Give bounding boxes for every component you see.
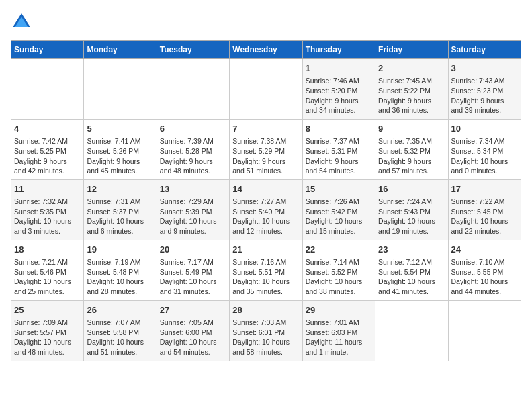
day-number: 8	[306, 123, 372, 135]
day-number: 17	[451, 183, 518, 195]
calendar-day-cell: 12Sunrise: 7:31 AM Sunset: 5:37 PM Dayli…	[84, 179, 157, 240]
calendar-day-cell: 3Sunrise: 7:43 AM Sunset: 5:23 PM Daylig…	[448, 59, 521, 120]
day-number: 20	[160, 244, 226, 256]
calendar-day-cell: 26Sunrise: 7:07 AM Sunset: 5:58 PM Dayli…	[84, 300, 157, 361]
calendar-day-cell: 23Sunrise: 7:12 AM Sunset: 5:54 PM Dayli…	[375, 240, 448, 300]
day-number: 22	[306, 244, 372, 256]
day-number: 26	[87, 304, 153, 316]
day-number: 7	[232, 123, 299, 135]
logo	[11, 11, 35, 32]
day-info: Sunrise: 7:05 AM Sunset: 6:00 PM Dayligh…	[160, 318, 217, 356]
day-number: 14	[232, 183, 299, 195]
calendar-day-cell: 16Sunrise: 7:24 AM Sunset: 5:43 PM Dayli…	[375, 179, 448, 240]
day-info: Sunrise: 7:21 AM Sunset: 5:46 PM Dayligh…	[14, 258, 71, 295]
day-number: 21	[232, 244, 299, 256]
day-info: Sunrise: 7:10 AM Sunset: 5:55 PM Dayligh…	[451, 258, 508, 295]
day-number: 9	[378, 123, 445, 135]
day-number: 10	[451, 123, 518, 135]
day-info: Sunrise: 7:19 AM Sunset: 5:48 PM Dayligh…	[87, 258, 144, 295]
calendar-day-cell: 22Sunrise: 7:14 AM Sunset: 5:52 PM Dayli…	[302, 240, 375, 300]
calendar-day-cell	[157, 59, 229, 120]
calendar-day-cell	[230, 59, 302, 120]
day-number: 27	[160, 304, 226, 316]
calendar-day-cell: 11Sunrise: 7:32 AM Sunset: 5:35 PM Dayli…	[11, 179, 84, 240]
calendar-day-cell: 27Sunrise: 7:05 AM Sunset: 6:00 PM Dayli…	[157, 300, 229, 361]
weekday-header-cell: Friday	[375, 41, 448, 59]
calendar-day-cell: 9Sunrise: 7:35 AM Sunset: 5:32 PM Daylig…	[375, 119, 448, 179]
calendar-day-cell: 13Sunrise: 7:29 AM Sunset: 5:39 PM Dayli…	[157, 179, 229, 240]
calendar-day-cell: 19Sunrise: 7:19 AM Sunset: 5:48 PM Dayli…	[84, 240, 157, 300]
calendar-day-cell: 29Sunrise: 7:01 AM Sunset: 6:03 PM Dayli…	[302, 300, 375, 361]
weekday-header-cell: Tuesday	[157, 41, 229, 59]
calendar-day-cell: 20Sunrise: 7:17 AM Sunset: 5:49 PM Dayli…	[157, 240, 229, 300]
day-number: 18	[14, 244, 81, 256]
weekday-header-cell: Monday	[84, 41, 157, 59]
calendar-day-cell: 21Sunrise: 7:16 AM Sunset: 5:51 PM Dayli…	[230, 240, 302, 300]
day-number: 4	[14, 123, 81, 135]
day-number: 25	[14, 304, 81, 316]
calendar-day-cell: 25Sunrise: 7:09 AM Sunset: 5:57 PM Dayli…	[11, 300, 84, 361]
day-info: Sunrise: 7:35 AM Sunset: 5:32 PM Dayligh…	[378, 137, 432, 175]
day-info: Sunrise: 7:07 AM Sunset: 5:58 PM Dayligh…	[87, 318, 144, 356]
calendar-week-row: 1Sunrise: 7:46 AM Sunset: 5:20 PM Daylig…	[11, 59, 521, 120]
day-info: Sunrise: 7:39 AM Sunset: 5:28 PM Dayligh…	[160, 137, 214, 175]
day-number: 19	[87, 244, 153, 256]
day-number: 11	[14, 183, 81, 195]
day-info: Sunrise: 7:03 AM Sunset: 6:01 PM Dayligh…	[232, 318, 290, 356]
calendar-day-cell: 4Sunrise: 7:42 AM Sunset: 5:25 PM Daylig…	[11, 119, 84, 179]
calendar-table: SundayMondayTuesdayWednesdayThursdayFrid…	[11, 40, 521, 361]
calendar-day-cell: 14Sunrise: 7:27 AM Sunset: 5:40 PM Dayli…	[230, 179, 302, 240]
calendar-day-cell: 24Sunrise: 7:10 AM Sunset: 5:55 PM Dayli…	[448, 240, 521, 300]
calendar-day-cell	[84, 59, 157, 120]
day-info: Sunrise: 7:32 AM Sunset: 5:35 PM Dayligh…	[14, 197, 71, 235]
day-number: 1	[306, 62, 372, 75]
calendar-day-cell: 2Sunrise: 7:45 AM Sunset: 5:22 PM Daylig…	[375, 59, 448, 120]
day-info: Sunrise: 7:26 AM Sunset: 5:42 PM Dayligh…	[306, 197, 363, 235]
day-info: Sunrise: 7:34 AM Sunset: 5:34 PM Dayligh…	[451, 137, 508, 175]
day-info: Sunrise: 7:29 AM Sunset: 5:39 PM Dayligh…	[160, 197, 217, 235]
weekday-header-row: SundayMondayTuesdayWednesdayThursdayFrid…	[11, 41, 521, 59]
calendar-day-cell: 10Sunrise: 7:34 AM Sunset: 5:34 PM Dayli…	[448, 119, 521, 179]
day-number: 16	[378, 183, 445, 195]
calendar-day-cell	[448, 300, 521, 361]
day-info: Sunrise: 7:09 AM Sunset: 5:57 PM Dayligh…	[14, 318, 71, 356]
logo-icon	[11, 11, 32, 32]
day-info: Sunrise: 7:27 AM Sunset: 5:40 PM Dayligh…	[232, 197, 290, 235]
day-info: Sunrise: 7:22 AM Sunset: 5:45 PM Dayligh…	[451, 197, 508, 235]
day-number: 13	[160, 183, 226, 195]
day-info: Sunrise: 7:46 AM Sunset: 5:20 PM Dayligh…	[306, 77, 359, 114]
calendar-week-row: 4Sunrise: 7:42 AM Sunset: 5:25 PM Daylig…	[11, 119, 521, 179]
day-number: 2	[378, 62, 445, 75]
calendar-day-cell: 1Sunrise: 7:46 AM Sunset: 5:20 PM Daylig…	[302, 59, 375, 120]
calendar-day-cell: 5Sunrise: 7:41 AM Sunset: 5:26 PM Daylig…	[84, 119, 157, 179]
day-info: Sunrise: 7:45 AM Sunset: 5:22 PM Dayligh…	[378, 77, 432, 114]
calendar-body: 1Sunrise: 7:46 AM Sunset: 5:20 PM Daylig…	[11, 59, 521, 361]
page-header	[11, 11, 521, 32]
day-info: Sunrise: 7:38 AM Sunset: 5:29 PM Dayligh…	[232, 137, 286, 175]
day-number: 3	[451, 62, 518, 75]
calendar-day-cell: 8Sunrise: 7:37 AM Sunset: 5:31 PM Daylig…	[302, 119, 375, 179]
day-info: Sunrise: 7:31 AM Sunset: 5:37 PM Dayligh…	[87, 197, 144, 235]
calendar-week-row: 18Sunrise: 7:21 AM Sunset: 5:46 PM Dayli…	[11, 240, 521, 300]
weekday-header-cell: Sunday	[11, 41, 84, 59]
day-info: Sunrise: 7:43 AM Sunset: 5:23 PM Dayligh…	[451, 77, 505, 114]
day-info: Sunrise: 7:37 AM Sunset: 5:31 PM Dayligh…	[306, 137, 359, 175]
weekday-header-cell: Wednesday	[230, 41, 302, 59]
day-info: Sunrise: 7:16 AM Sunset: 5:51 PM Dayligh…	[232, 258, 290, 295]
calendar-week-row: 25Sunrise: 7:09 AM Sunset: 5:57 PM Dayli…	[11, 300, 521, 361]
day-number: 28	[232, 304, 299, 316]
day-info: Sunrise: 7:17 AM Sunset: 5:49 PM Dayligh…	[160, 258, 217, 295]
calendar-day-cell	[375, 300, 448, 361]
day-number: 5	[87, 123, 153, 135]
day-info: Sunrise: 7:01 AM Sunset: 6:03 PM Dayligh…	[306, 318, 363, 356]
day-number: 12	[87, 183, 153, 195]
calendar-day-cell	[11, 59, 84, 120]
day-info: Sunrise: 7:12 AM Sunset: 5:54 PM Dayligh…	[378, 258, 435, 295]
calendar-day-cell: 15Sunrise: 7:26 AM Sunset: 5:42 PM Dayli…	[302, 179, 375, 240]
day-number: 24	[451, 244, 518, 256]
calendar-day-cell: 6Sunrise: 7:39 AM Sunset: 5:28 PM Daylig…	[157, 119, 229, 179]
day-info: Sunrise: 7:24 AM Sunset: 5:43 PM Dayligh…	[378, 197, 435, 235]
day-info: Sunrise: 7:14 AM Sunset: 5:52 PM Dayligh…	[306, 258, 363, 295]
calendar-day-cell: 28Sunrise: 7:03 AM Sunset: 6:01 PM Dayli…	[230, 300, 302, 361]
calendar-day-cell: 7Sunrise: 7:38 AM Sunset: 5:29 PM Daylig…	[230, 119, 302, 179]
